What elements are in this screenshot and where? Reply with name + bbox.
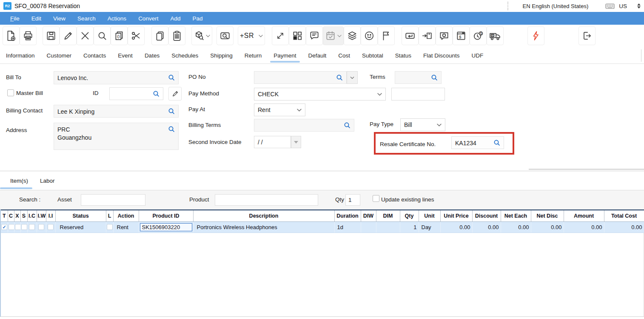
search-icon[interactable] [168,108,175,115]
asset-search-input[interactable] [81,194,145,206]
billing-time-button[interactable]: $ [470,26,487,45]
col-header-unit-price[interactable]: Unit Price [440,210,472,221]
tab-information[interactable]: Information [0,48,41,63]
menu-add[interactable]: Add [164,13,186,24]
paste-button[interactable] [168,26,185,45]
row-ic-checkbox[interactable] [29,224,35,230]
expand-button[interactable] [272,26,289,45]
menu-view[interactable]: View [47,13,71,24]
tab-status[interactable]: Status [389,48,417,63]
second-invoice-date-field[interactable]: / / [254,136,291,148]
row-l-checkbox[interactable] [107,224,113,230]
layout-blocks-button[interactable] [289,26,306,45]
save-button[interactable] [43,26,60,45]
tab-labor[interactable]: Labor [34,173,61,188]
tab-subtotal[interactable]: Subtotal [356,48,389,63]
exit-button[interactable] [578,26,596,45]
tab-default[interactable]: Default [302,48,333,63]
tab-cost[interactable]: Cost [332,48,356,63]
row-x-checkbox[interactable] [15,224,21,230]
search-icon[interactable] [493,139,500,146]
row-t-checkbox[interactable] [1,224,7,230]
keyboard-layout[interactable]: US [619,3,627,9]
col-header-qty[interactable]: Qty [400,210,419,221]
comment-search-button[interactable] [436,26,453,45]
col-header-l[interactable]: L [106,210,113,221]
language-bar-grip[interactable] [507,2,508,10]
item-row[interactable]: Reserved Rent SK1506903220 Portronics Wi… [1,221,644,233]
row-s-checkbox[interactable] [21,224,27,230]
new-document-button[interactable] [3,26,20,45]
copy-button[interactable] [151,26,168,45]
search-button[interactable] [94,26,111,45]
col-header-unit[interactable]: Unit [419,210,440,221]
col-header-total-cost[interactable]: Total Cost [604,210,644,221]
second-invoice-date-dropdown-button[interactable] [291,136,301,148]
tab-dates[interactable]: Dates [139,48,165,63]
col-header-net-disc[interactable]: Net Disc [531,210,564,221]
id-field[interactable] [109,87,163,100]
row-ii-checkbox[interactable] [48,224,54,230]
qty-input[interactable]: 1 [345,194,360,206]
ship-box-button[interactable] [419,26,436,45]
search-icon[interactable] [153,90,160,97]
col-header-dim[interactable]: DIM [376,210,400,221]
pay-method-extra-field[interactable] [391,88,445,101]
delivery-truck-button[interactable]: A [487,26,504,45]
row-iw-checkbox[interactable] [38,224,44,230]
pay-at-dropdown[interactable]: Rent [254,103,305,116]
comment-button[interactable] [306,26,323,45]
search-icon[interactable] [336,74,343,81]
cut-button[interactable] [128,26,145,45]
update-existing-lines-checkbox[interactable] [373,195,379,202]
col-header-iw[interactable]: I.W [37,210,46,221]
delete-button[interactable] [77,26,94,45]
col-header-duration[interactable]: Duration [334,210,361,221]
pay-method-dropdown[interactable]: CHECK [254,88,386,101]
tab-contacts[interactable]: Contacts [77,48,112,63]
col-header-amount[interactable]: Amount [564,210,604,221]
billing-contact-field[interactable]: Lee K Xinping [54,105,179,118]
flag-button[interactable] [378,26,395,45]
calendar-check-button[interactable] [323,26,344,45]
screen-search-button[interactable] [217,26,234,45]
search-icon[interactable] [168,126,175,132]
pay-type-dropdown[interactable]: Bill [400,118,445,131]
print-button[interactable] [20,26,37,45]
invoice-button[interactable]: $ [453,26,470,45]
product-search-button[interactable] [191,26,212,45]
tab-schedules[interactable]: Schedules [165,48,204,63]
search-icon[interactable] [168,74,175,81]
tab-customer[interactable]: Customer [41,48,78,63]
tab-payment[interactable]: Payment [268,48,302,63]
edit-button[interactable] [60,26,77,45]
return-pad-button[interactable] [402,26,419,45]
col-header-description[interactable]: Description [193,210,334,221]
resale-certificate-field[interactable]: KA1234 [451,136,504,149]
menu-actions[interactable]: Actions [102,13,132,24]
tab-udf[interactable]: UDF [465,48,489,63]
copy-count-button[interactable]: 0 [111,26,128,45]
add-sr-button[interactable]: +SR [238,26,265,45]
col-header-ii[interactable]: I.I [46,210,55,221]
menu-search[interactable]: Search [71,13,102,24]
col-header-status[interactable]: Status [55,210,106,221]
row-product-id[interactable]: SK1506903220 [140,223,192,231]
smiley-button[interactable] [361,26,378,45]
bill-to-field[interactable]: Lenovo Inc. [54,71,179,84]
language-bar-options-icon[interactable] [637,3,641,9]
col-header-net-each[interactable]: Net Each [501,210,531,221]
menu-file[interactable]: File [4,13,26,24]
tab-items[interactable]: Item(s) [4,173,34,188]
product-search-input[interactable] [215,194,318,206]
col-header-t[interactable]: T [1,210,8,221]
col-header-discount[interactable]: Discount [472,210,501,221]
menu-convert[interactable]: Convert [132,13,164,24]
col-header-action[interactable]: Action [113,210,139,221]
tab-flat-discounts[interactable]: Flat Discounts [417,48,466,63]
quick-action-button[interactable] [527,26,544,45]
po-no-field[interactable] [254,71,347,84]
master-bill-checkbox[interactable] [7,89,14,96]
col-header-product-id[interactable]: Product ID [139,210,193,221]
menu-pad[interactable]: Pad [186,13,208,24]
